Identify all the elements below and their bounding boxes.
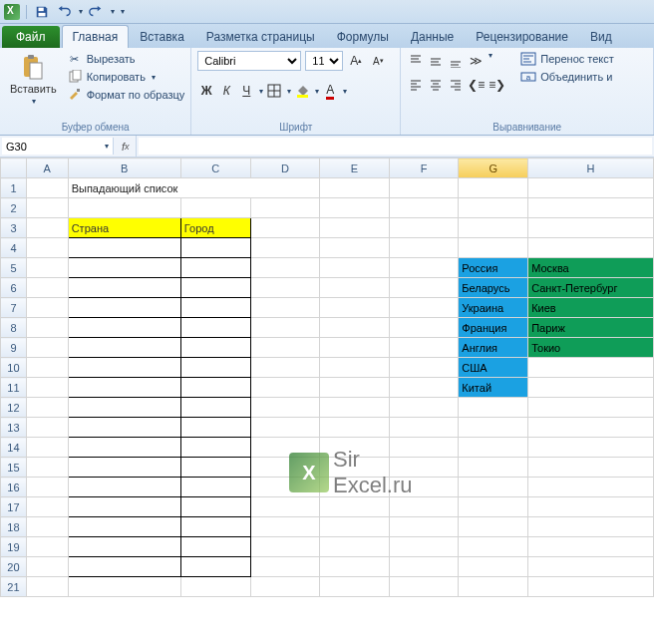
font-size-select[interactable]: 11 bbox=[305, 51, 343, 71]
cell-G3[interactable] bbox=[459, 218, 528, 238]
cell-F19[interactable] bbox=[389, 537, 459, 557]
cell-A3[interactable] bbox=[26, 218, 68, 238]
cell-G21[interactable] bbox=[459, 577, 528, 597]
cell-A19[interactable] bbox=[26, 537, 68, 557]
paste-caret-icon[interactable]: ▾ bbox=[32, 97, 36, 106]
fill-color-button[interactable] bbox=[293, 81, 311, 101]
cell-A14[interactable] bbox=[26, 438, 68, 458]
format-painter-button[interactable]: Формат по образцу bbox=[67, 87, 185, 103]
wrap-text-button[interactable]: Перенос текст bbox=[520, 51, 614, 67]
italic-button[interactable]: К bbox=[217, 81, 235, 101]
cell-E15[interactable] bbox=[320, 458, 390, 478]
cell-C13[interactable] bbox=[180, 418, 250, 438]
select-all-corner[interactable] bbox=[1, 159, 27, 178]
tab-formulas[interactable]: Формулы bbox=[326, 25, 400, 48]
cell-C15[interactable] bbox=[180, 458, 250, 478]
cell-C1[interactable] bbox=[180, 178, 250, 198]
row-header-10[interactable]: 10 bbox=[1, 358, 27, 378]
align-bottom-button[interactable] bbox=[447, 51, 465, 71]
tab-review[interactable]: Рецензирование bbox=[465, 25, 579, 48]
row-header-19[interactable]: 19 bbox=[1, 537, 27, 557]
cell-F5[interactable] bbox=[389, 258, 459, 278]
cell-G10[interactable]: США bbox=[459, 358, 528, 378]
grow-font-button[interactable]: A▴ bbox=[347, 51, 365, 71]
cell-E3[interactable] bbox=[320, 218, 390, 238]
font-color-button[interactable]: A bbox=[321, 81, 339, 101]
cell-D18[interactable] bbox=[250, 517, 320, 537]
cell-D17[interactable] bbox=[250, 497, 320, 517]
cell-G14[interactable] bbox=[459, 438, 528, 458]
cell-F7[interactable] bbox=[389, 298, 459, 318]
row-header-9[interactable]: 9 bbox=[1, 338, 27, 358]
cell-F11[interactable] bbox=[389, 378, 459, 398]
cell-A8[interactable] bbox=[26, 318, 68, 338]
col-header-G[interactable]: G bbox=[459, 159, 528, 178]
font-name-select[interactable]: Calibri bbox=[197, 51, 301, 71]
cell-H6[interactable]: Санкт-Петербург bbox=[528, 278, 654, 298]
cell-G13[interactable] bbox=[459, 418, 528, 438]
row-header-17[interactable]: 17 bbox=[1, 497, 27, 517]
cell-E4[interactable] bbox=[320, 238, 390, 258]
cell-E6[interactable] bbox=[320, 278, 390, 298]
row-header-14[interactable]: 14 bbox=[1, 438, 27, 458]
cell-G15[interactable] bbox=[459, 458, 528, 478]
cell-F4[interactable] bbox=[389, 238, 459, 258]
cell-D12[interactable] bbox=[250, 398, 320, 418]
cell-E1[interactable] bbox=[320, 178, 390, 198]
cell-B11[interactable] bbox=[68, 378, 180, 398]
cell-C20[interactable] bbox=[180, 557, 250, 577]
cell-B3[interactable]: Страна bbox=[68, 218, 180, 238]
cell-G1[interactable] bbox=[459, 178, 528, 198]
cell-F12[interactable] bbox=[389, 398, 459, 418]
row-header-13[interactable]: 13 bbox=[1, 418, 27, 438]
cell-F21[interactable] bbox=[389, 577, 459, 597]
cell-A17[interactable] bbox=[26, 497, 68, 517]
cell-A1[interactable] bbox=[26, 178, 68, 198]
cell-B1[interactable]: Выпадающий список bbox=[68, 178, 180, 198]
cell-E13[interactable] bbox=[320, 418, 390, 438]
cell-A9[interactable] bbox=[26, 338, 68, 358]
cell-A2[interactable] bbox=[26, 198, 68, 218]
cell-H18[interactable] bbox=[528, 517, 654, 537]
cell-A12[interactable] bbox=[26, 398, 68, 418]
cell-C10[interactable] bbox=[180, 358, 250, 378]
tab-view[interactable]: Вид bbox=[579, 25, 623, 48]
cell-C17[interactable] bbox=[180, 497, 250, 517]
cell-E21[interactable] bbox=[320, 577, 390, 597]
row-header-11[interactable]: 11 bbox=[1, 378, 27, 398]
cell-F10[interactable] bbox=[389, 358, 459, 378]
cell-B19[interactable] bbox=[68, 537, 180, 557]
cell-D21[interactable] bbox=[250, 577, 320, 597]
cell-H16[interactable] bbox=[528, 478, 654, 497]
cell-C7[interactable] bbox=[180, 298, 250, 318]
cell-C16[interactable] bbox=[180, 478, 250, 497]
align-right-button[interactable] bbox=[447, 75, 465, 95]
save-button[interactable] bbox=[33, 3, 51, 21]
cell-G4[interactable] bbox=[459, 238, 528, 258]
cell-D15[interactable] bbox=[250, 458, 320, 478]
cell-H10[interactable] bbox=[528, 358, 654, 378]
cell-E8[interactable] bbox=[320, 318, 390, 338]
cell-B4[interactable] bbox=[68, 238, 180, 258]
row-header-4[interactable]: 4 bbox=[1, 238, 27, 258]
col-header-B[interactable]: B bbox=[68, 159, 180, 178]
cell-B15[interactable] bbox=[68, 458, 180, 478]
undo-button[interactable] bbox=[55, 3, 73, 21]
cell-H5[interactable]: Москва bbox=[528, 258, 654, 278]
row-header-21[interactable]: 21 bbox=[1, 577, 27, 597]
row-header-15[interactable]: 15 bbox=[1, 458, 27, 478]
cell-H1[interactable] bbox=[528, 178, 654, 198]
cell-E20[interactable] bbox=[320, 557, 390, 577]
undo-caret-icon[interactable]: ▾ bbox=[79, 7, 83, 16]
cell-E7[interactable] bbox=[320, 298, 390, 318]
cell-A21[interactable] bbox=[26, 577, 68, 597]
cell-H13[interactable] bbox=[528, 418, 654, 438]
cell-A4[interactable] bbox=[26, 238, 68, 258]
row-header-20[interactable]: 20 bbox=[1, 557, 27, 577]
cell-H8[interactable]: Париж bbox=[528, 318, 654, 338]
cell-A13[interactable] bbox=[26, 418, 68, 438]
cell-C8[interactable] bbox=[180, 318, 250, 338]
cell-H12[interactable] bbox=[528, 398, 654, 418]
cell-H2[interactable] bbox=[528, 198, 654, 218]
cell-F6[interactable] bbox=[389, 278, 459, 298]
